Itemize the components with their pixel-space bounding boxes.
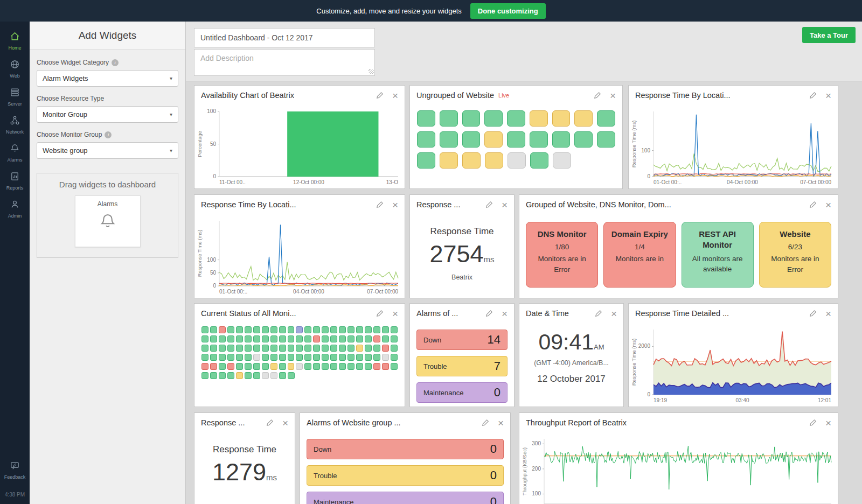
- sidebar-item-network[interactable]: Network: [0, 111, 30, 139]
- take-a-tour-button[interactable]: Take a Tour: [802, 27, 856, 43]
- status-cell[interactable]: [507, 131, 525, 148]
- status-cell[interactable]: [356, 326, 363, 333]
- close-icon[interactable]: ×: [502, 200, 508, 210]
- close-icon[interactable]: ×: [610, 90, 616, 101]
- status-cell[interactable]: [245, 354, 252, 361]
- status-cell[interactable]: [304, 345, 311, 352]
- status-cell[interactable]: [552, 131, 571, 148]
- widget-date-time[interactable]: Date & Time × 09:41AM (GMT -4:00) Americ…: [519, 303, 624, 407]
- status-cell[interactable]: [574, 131, 593, 148]
- status-cell[interactable]: [462, 131, 481, 148]
- edit-icon[interactable]: [594, 92, 601, 99]
- widget-ungrouped[interactable]: Ungrouped of Website Live ×: [409, 85, 623, 189]
- status-cell[interactable]: [219, 335, 226, 342]
- alarm-row-down[interactable]: Down0: [307, 439, 504, 459]
- status-cell[interactable]: [484, 110, 503, 127]
- status-cell[interactable]: [440, 110, 458, 127]
- draggable-widget-alarms[interactable]: Alarms: [75, 195, 141, 247]
- status-cell[interactable]: [296, 354, 303, 361]
- status-cell[interactable]: [227, 335, 234, 342]
- status-cell[interactable]: [391, 345, 398, 352]
- status-cell[interactable]: [279, 354, 286, 361]
- status-cell[interactable]: [347, 335, 354, 342]
- status-cell[interactable]: [530, 131, 548, 148]
- status-cell[interactable]: [313, 345, 320, 352]
- widget-current-status[interactable]: Current Status of All Moni... ×: [194, 303, 405, 407]
- status-cell[interactable]: [322, 354, 329, 361]
- status-cell[interactable]: [210, 345, 217, 352]
- status-cell[interactable]: [347, 363, 354, 370]
- status-cell[interactable]: [417, 152, 435, 169]
- widget-alarms-of[interactable]: Alarms of ... × Down14Trouble7Maintenanc…: [409, 303, 515, 407]
- status-cell[interactable]: [417, 131, 435, 148]
- status-cell[interactable]: [365, 326, 372, 333]
- status-cell[interactable]: [597, 131, 615, 148]
- status-cell[interactable]: [227, 326, 234, 333]
- status-cell[interactable]: [296, 345, 303, 352]
- alarm-row-trouble[interactable]: Trouble0: [307, 465, 504, 486]
- status-cell[interactable]: [440, 152, 458, 169]
- status-cell[interactable]: [347, 326, 354, 333]
- status-cell[interactable]: [288, 326, 295, 333]
- status-cell[interactable]: [365, 363, 372, 370]
- widget-availability[interactable]: Availability Chart of Beatrix × 050100Pe…: [194, 85, 405, 189]
- status-cell[interactable]: [296, 363, 303, 370]
- widget-throughput[interactable]: Throughput Report of Beatrix × 100200300…: [519, 412, 838, 504]
- status-cell[interactable]: [382, 363, 389, 370]
- status-cell[interactable]: [304, 363, 311, 370]
- status-cell[interactable]: [373, 335, 380, 342]
- status-cell[interactable]: [270, 345, 277, 352]
- status-cell[interactable]: [391, 354, 398, 361]
- status-cell[interactable]: [330, 326, 337, 333]
- status-cell[interactable]: [279, 326, 286, 333]
- status-cell[interactable]: [365, 335, 372, 342]
- status-cell[interactable]: [210, 354, 217, 361]
- edit-icon[interactable]: [376, 310, 384, 317]
- status-cell[interactable]: [270, 372, 277, 379]
- status-cell[interactable]: [356, 363, 363, 370]
- close-icon[interactable]: ×: [392, 309, 398, 319]
- status-cell[interactable]: [288, 372, 295, 379]
- status-cell[interactable]: [373, 354, 380, 361]
- info-icon[interactable]: i: [105, 131, 112, 138]
- status-cell[interactable]: [339, 363, 346, 370]
- status-cell[interactable]: [552, 110, 571, 127]
- status-cell[interactable]: [339, 354, 346, 361]
- sidebar-item-alarms[interactable]: Alarms: [0, 139, 30, 167]
- dashboard-title-input[interactable]: [194, 28, 375, 47]
- status-cell[interactable]: [553, 152, 571, 169]
- status-cell[interactable]: [339, 326, 346, 333]
- status-cell[interactable]: [219, 363, 226, 370]
- status-cell[interactable]: [304, 354, 311, 361]
- status-cell[interactable]: [219, 372, 226, 379]
- status-cell[interactable]: [507, 110, 525, 127]
- dashboard-description-input[interactable]: [194, 49, 375, 76]
- status-cell[interactable]: [201, 326, 208, 333]
- status-cell[interactable]: [262, 326, 269, 333]
- status-cell[interactable]: [219, 345, 226, 352]
- status-cell[interactable]: [253, 372, 260, 379]
- widget-response-time-by-location-2[interactable]: Response Time By Locati... × 050100Respo…: [194, 194, 405, 298]
- edit-icon[interactable]: [809, 92, 817, 99]
- status-cell[interactable]: [262, 335, 269, 342]
- sidebar-item-reports[interactable]: Reports: [0, 167, 30, 195]
- status-cell[interactable]: [330, 363, 337, 370]
- status-cell[interactable]: [210, 372, 217, 379]
- status-cell[interactable]: [365, 345, 372, 352]
- status-cell[interactable]: [462, 110, 481, 127]
- status-cell[interactable]: [382, 354, 389, 361]
- status-cell[interactable]: [339, 335, 346, 342]
- alarm-row-down[interactable]: Down14: [416, 330, 508, 350]
- status-cell[interactable]: [296, 326, 303, 333]
- status-cell[interactable]: [530, 110, 548, 127]
- status-cell[interactable]: [245, 326, 252, 333]
- status-cell[interactable]: [288, 354, 295, 361]
- monitor-group-card[interactable]: Website6/23Monitors are in Error: [759, 222, 831, 288]
- status-cell[interactable]: [485, 152, 503, 169]
- status-cell[interactable]: [201, 354, 208, 361]
- status-cell[interactable]: [279, 363, 286, 370]
- sidebar-item-feedback[interactable]: Feedback: [0, 456, 30, 484]
- status-cell[interactable]: [236, 354, 243, 361]
- monitor-group-card[interactable]: DNS Monitor1/80Monitors are in Error: [526, 222, 598, 288]
- info-icon[interactable]: i: [112, 59, 119, 66]
